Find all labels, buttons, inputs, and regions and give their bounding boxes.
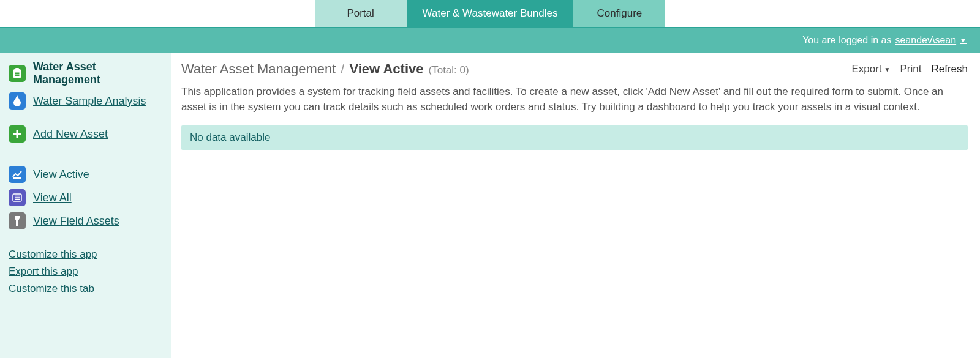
flashlight-icon (9, 212, 26, 229)
link-customize-app[interactable]: Customize this app (9, 248, 163, 261)
chart-icon (9, 166, 26, 183)
sidebar-view-active[interactable]: View Active (0, 163, 172, 186)
login-bar: You are logged in as seandev\sean ▼ (0, 27, 980, 53)
link-export-app[interactable]: Export this app (9, 266, 163, 278)
sidebar-view-field-assets[interactable]: View Field Assets (0, 209, 172, 233)
sidebar-app-water-sample-analysis[interactable]: Water Sample Analysis (0, 89, 172, 113)
plus-icon (9, 125, 26, 143)
breadcrumb-page: View Active (349, 61, 423, 77)
breadcrumb-sep: / (341, 61, 344, 77)
list-icon (9, 189, 26, 206)
caret-down-icon: ▼ (884, 66, 891, 73)
sidebar-footer-links: Customize this app Export this app Custo… (0, 237, 172, 306)
sidebar-item-label: View All (33, 192, 72, 204)
tab-configure[interactable]: Configure (573, 0, 665, 27)
clipboard-icon (9, 65, 26, 82)
sidebar: Water Asset Management Water Sample Anal… (0, 53, 172, 358)
sidebar-item-label: Water Sample Analysis (33, 95, 146, 108)
svg-rect-3 (15, 73, 20, 75)
print-button[interactable]: Print (900, 63, 922, 75)
breadcrumb-total: (Total: 0) (429, 64, 469, 76)
svg-rect-6 (13, 133, 21, 135)
svg-rect-1 (15, 68, 19, 70)
tab-portal[interactable]: Portal (315, 0, 407, 27)
main-content: Water Asset Management / View Active (To… (172, 53, 980, 358)
sidebar-view-all[interactable]: View All (0, 186, 172, 209)
tab-label: Configure (597, 7, 643, 20)
user-menu[interactable]: seandev\sean ▼ (895, 35, 967, 46)
export-menu[interactable]: Export ▼ (851, 63, 890, 75)
top-nav: Portal Water & Wastewater Bundles Config… (0, 0, 980, 27)
sidebar-item-label: Add New Asset (33, 128, 108, 141)
title-bar: Water Asset Management / View Active (To… (181, 61, 968, 77)
svg-rect-2 (15, 72, 20, 73)
sidebar-apps-group: Water Asset Management Water Sample Anal… (0, 53, 172, 117)
sidebar-app-water-asset-mgmt[interactable]: Water Asset Management (0, 58, 172, 89)
user-name: seandev\sean (895, 35, 956, 46)
tab-label: Water & Wastewater Bundles (423, 7, 558, 20)
breadcrumb-app: Water Asset Management (181, 61, 336, 77)
caret-down-icon: ▼ (960, 37, 967, 44)
sidebar-views-group: View Active View All View Field Assets (0, 158, 172, 237)
svg-rect-4 (15, 75, 20, 76)
app-description: This application provides a system for t… (181, 84, 968, 114)
sidebar-item-label: View Active (33, 168, 89, 181)
no-data-banner: No data available (181, 125, 968, 150)
breadcrumb: Water Asset Management / View Active (To… (181, 61, 469, 77)
tab-label: Portal (347, 7, 374, 20)
drop-icon (9, 92, 26, 110)
sidebar-item-label: View Field Assets (33, 215, 119, 228)
tab-bundles[interactable]: Water & Wastewater Bundles (407, 0, 574, 27)
link-customize-tab[interactable]: Customize this tab (9, 283, 163, 295)
export-label: Export (851, 63, 881, 75)
sidebar-add-new-asset[interactable]: Add New Asset (0, 122, 172, 146)
page-actions: Export ▼ Print Refresh (851, 63, 968, 75)
sidebar-item-label: Water Asset Management (33, 61, 163, 86)
refresh-button[interactable]: Refresh (931, 63, 968, 75)
login-prefix: You are logged in as (802, 35, 891, 46)
sidebar-add-group: Add New Asset (0, 117, 172, 151)
